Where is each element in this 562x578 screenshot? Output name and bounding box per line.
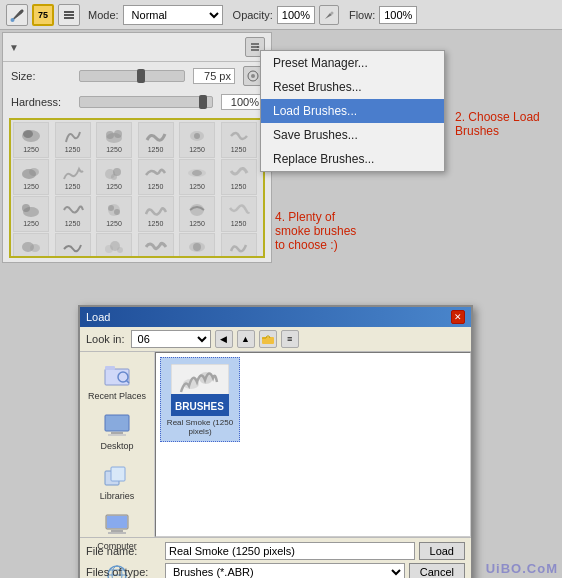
brush-cell[interactable]: 1250	[55, 233, 91, 258]
svg-point-35	[117, 247, 123, 253]
brush-cell[interactable]: 1250	[221, 233, 257, 258]
brush-cell[interactable]: 1250	[138, 122, 174, 158]
desktop-label: Desktop	[100, 441, 133, 451]
menu-item-save-brushes[interactable]: Save Brushes...	[261, 123, 444, 147]
dialog-content: BRUSHES Real Smoke (1250 pixels)	[155, 352, 471, 537]
brush-cell[interactable]: 1250	[96, 122, 132, 158]
brush-cell[interactable]: 1250	[96, 233, 132, 258]
size-slider-thumb[interactable]	[137, 69, 145, 83]
mode-label: Mode:	[88, 9, 119, 21]
svg-point-30	[190, 204, 204, 216]
size-value: 75 px	[193, 68, 235, 84]
brush-panel: ▼ Size: 75 px Hardness: 100%	[2, 32, 272, 263]
view-menu-btn[interactable]: ≡	[281, 330, 299, 348]
mode-select[interactable]: Normal	[123, 5, 223, 25]
brush-cell[interactable]: 1250	[13, 159, 49, 195]
svg-point-60	[183, 379, 199, 389]
svg-point-22	[111, 174, 117, 180]
watermark: UiBO.CoM	[486, 561, 558, 576]
opacity-input[interactable]	[277, 6, 315, 24]
sidebar-desktop[interactable]: Desktop	[80, 406, 154, 456]
svg-point-61	[199, 372, 213, 384]
size-row: Size: 75 px	[3, 62, 271, 90]
recent-places-icon	[101, 361, 133, 389]
menu-item-load-brushes[interactable]: Load Brushes...	[261, 99, 444, 123]
filename-label: File name:	[86, 545, 161, 557]
brush-cell[interactable]: 1250	[138, 233, 174, 258]
filetype-select[interactable]: Brushes (*.ABR)	[165, 563, 405, 578]
airbrush-icon[interactable]	[319, 5, 339, 25]
step4-label: 4. Plenty of smoke brushes to choose :)	[275, 210, 430, 252]
svg-rect-51	[108, 532, 126, 534]
svg-point-29	[114, 209, 120, 215]
svg-rect-43	[105, 415, 129, 431]
svg-point-12	[23, 130, 33, 138]
opacity-label: Opacity:	[233, 9, 273, 21]
sidebar-recent-places[interactable]: Recent Places	[80, 356, 154, 406]
svg-point-4	[330, 11, 333, 14]
up-btn[interactable]: ▲	[237, 330, 255, 348]
brush-cell[interactable]: 1250	[138, 159, 174, 195]
dialog-toolbar: Look in: 06 ◀ ▲ ≡	[80, 327, 471, 352]
brush-panel-title: ▼	[9, 42, 19, 53]
svg-rect-40	[105, 366, 115, 370]
brush-cell[interactable]: 1250	[221, 196, 257, 232]
brush-cell[interactable]: 1250	[221, 159, 257, 195]
svg-point-32	[30, 244, 40, 252]
new-folder-btn[interactable]	[259, 330, 277, 348]
back-btn[interactable]: ◀	[215, 330, 233, 348]
hardness-row: Hardness: 100%	[3, 90, 271, 114]
brush-cell[interactable]: 1250	[96, 196, 132, 232]
brush-cell[interactable]: 1250	[13, 122, 49, 158]
file-item-label: Real Smoke (1250 pixels)	[165, 419, 235, 437]
brush-options-btn[interactable]	[58, 4, 80, 26]
brush-cell[interactable]: 1250	[55, 159, 91, 195]
hardness-value: 100%	[221, 94, 263, 110]
size-label: Size:	[11, 70, 71, 82]
brush-cell[interactable]: 1250	[179, 122, 215, 158]
menu-item-reset-brushes[interactable]: Reset Brushes...	[261, 75, 444, 99]
flow-input[interactable]	[379, 6, 417, 24]
brushes-file-icon: BRUSHES	[170, 362, 230, 417]
brush-cell[interactable]: 1250	[221, 122, 257, 158]
svg-rect-2	[64, 14, 74, 16]
filetype-label: Files of type:	[86, 566, 161, 578]
brush-cell[interactable]: 1250	[13, 233, 49, 258]
dialog-close-button[interactable]: ✕	[451, 310, 465, 324]
flow-label: Flow:	[349, 9, 375, 21]
filetype-row: Files of type: Brushes (*.ABR) Cancel	[86, 563, 465, 578]
brush-cell[interactable]: 1250	[96, 159, 132, 195]
svg-point-28	[108, 205, 114, 211]
svg-text:BRUSHES: BRUSHES	[175, 401, 224, 412]
look-in-select[interactable]: 06	[131, 330, 211, 348]
brush-size-btn[interactable]: 75	[32, 4, 54, 26]
load-button[interactable]: Load	[419, 542, 465, 560]
size-slider[interactable]	[79, 70, 185, 82]
brush-cell[interactable]: 1250	[138, 196, 174, 232]
hardness-label: Hardness:	[11, 96, 71, 108]
brush-cell[interactable]: 1250	[179, 159, 215, 195]
hardness-slider[interactable]	[79, 96, 213, 108]
svg-rect-47	[111, 467, 125, 481]
svg-point-15	[114, 130, 122, 138]
brush-cell[interactable]: 1250	[13, 196, 49, 232]
filename-input[interactable]	[165, 542, 415, 560]
file-item-brushes[interactable]: BRUSHES Real Smoke (1250 pixels)	[160, 357, 240, 442]
svg-point-26	[22, 204, 30, 212]
top-toolbar: 75 Mode: Normal Opacity: Flow:	[0, 0, 562, 30]
step2-label: 2. Choose Load Brushes	[455, 110, 550, 138]
brush-tool-icon[interactable]	[6, 4, 28, 26]
dialog-body: Recent Places Desktop	[80, 352, 471, 537]
hardness-slider-thumb[interactable]	[199, 95, 207, 109]
sidebar-libraries[interactable]: Libraries	[80, 456, 154, 506]
brush-cell[interactable]: 1250	[55, 122, 91, 158]
cancel-button[interactable]: Cancel	[409, 563, 465, 578]
brush-cell[interactable]: 1250	[179, 233, 215, 258]
desktop-icon	[101, 411, 133, 439]
look-in-label: Look in:	[86, 333, 125, 345]
brush-cell[interactable]: 1250	[55, 196, 91, 232]
brush-cell[interactable]: 1250	[179, 196, 215, 232]
computer-icon	[101, 511, 133, 539]
menu-item-preset-manager[interactable]: Preset Manager...	[261, 51, 444, 75]
menu-item-replace-brushes[interactable]: Replace Brushes...	[261, 147, 444, 171]
